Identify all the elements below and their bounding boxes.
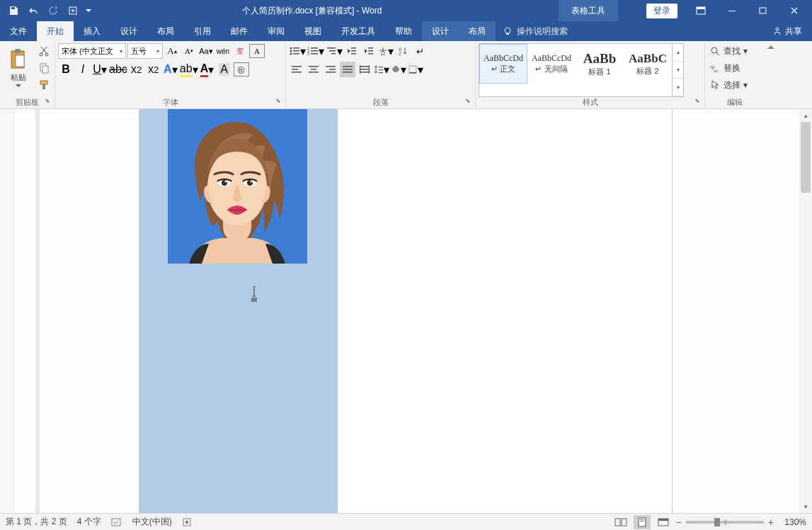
tab-file[interactable]: 文件 [0,21,37,41]
scroll-thumb[interactable] [801,122,811,193]
increase-indent-button[interactable] [361,43,377,59]
tab-references[interactable]: 引用 [184,21,221,41]
align-justify-button[interactable] [340,62,355,77]
font-color-button[interactable]: A▾ [200,62,215,77]
style-normal[interactable]: AaBbCcDd ↵ 正文 [479,44,527,84]
bullets-button[interactable]: ▾ [289,43,306,59]
tab-review[interactable]: 审阅 [258,21,295,41]
status-language[interactable]: 中文(中国) [132,516,172,528]
shading-button[interactable]: ▾ [391,62,406,77]
style-heading1[interactable]: AaBb 标题 1 [576,44,624,84]
ribbon-collapse[interactable] [765,41,777,108]
profile-photo[interactable] [168,109,307,264]
style-gallery[interactable]: AaBbCcDd ↵ 正文 AaBbCcDd ↵ 无间隔 AaBb 标题 1 A… [479,43,684,97]
close-button[interactable] [779,1,809,21]
tab-layout[interactable]: 布局 [147,21,184,41]
paste-button[interactable]: 粘贴 [3,43,34,93]
scroll-down-button[interactable]: ▾ [799,500,812,513]
paragraph-launcher[interactable]: ⬊ [465,97,471,104]
superscript-button[interactable]: x2 [146,62,161,77]
zoom-level[interactable]: 130% [778,517,806,527]
cut-button[interactable] [36,43,52,59]
tab-help[interactable]: 帮助 [385,21,422,41]
macro-icon[interactable] [182,517,192,527]
zoom-in-button[interactable]: + [768,517,774,528]
grow-font-button[interactable]: A▴ [164,43,180,59]
print-layout-button[interactable] [634,515,651,529]
line-spacing-button[interactable]: ▾ [374,62,389,77]
maximize-button[interactable] [748,1,778,21]
format-painter-button[interactable] [36,77,52,93]
minimize-button[interactable] [717,1,747,21]
align-left-button[interactable] [289,62,304,77]
vertical-scrollbar[interactable]: ▴ ▾ [799,109,812,513]
tab-mailings[interactable]: 邮件 [221,21,258,41]
tab-design[interactable]: 设计 [110,21,147,41]
tab-developer[interactable]: 开发工具 [331,21,385,41]
sort-button[interactable]: AZ [395,43,411,59]
select-button[interactable]: 选择 ▾ [708,77,762,93]
read-mode-button[interactable] [612,515,629,529]
borders-button[interactable]: ▾ [408,62,423,77]
gallery-scroll-down[interactable]: ▾ [673,62,683,79]
clipboard-launcher[interactable]: ⬊ [45,97,50,104]
spellcheck-icon[interactable] [111,517,122,527]
web-layout-button[interactable] [655,515,672,529]
phonetic-guide-button[interactable]: wén [215,43,231,59]
login-button[interactable]: 登录 [646,4,677,18]
tell-me-search[interactable]: 操作说明搜索 [496,21,575,41]
tab-table-design[interactable]: 设计 [422,21,459,41]
font-launcher[interactable]: ⬊ [275,97,281,104]
show-marks-button[interactable]: ↵ [412,43,428,59]
font-size-select[interactable]: 五号▾ [127,43,163,59]
italic-button[interactable]: I [75,62,91,77]
zoom-slider[interactable] [686,521,764,524]
vertical-ruler[interactable] [0,109,14,513]
strikethrough-button[interactable]: abc [109,62,127,77]
qat-customize-button[interactable] [84,1,93,20]
ribbon-options-button[interactable] [686,1,716,21]
copy-button[interactable] [36,60,52,76]
distributed-button[interactable] [357,62,372,77]
scroll-up-button[interactable]: ▴ [799,109,812,122]
char-border-button[interactable]: A [249,44,265,58]
scroll-track[interactable] [799,122,812,500]
change-case-button[interactable]: Aa▾ [198,43,214,59]
styles-launcher[interactable]: ⬊ [694,97,700,104]
asian-layout-button[interactable]: ▾ [378,43,394,59]
status-words[interactable]: 4 个字 [77,516,101,528]
undo-button[interactable] [24,1,42,20]
clear-format-button[interactable]: 变 [232,43,248,59]
highlight-button[interactable]: ab▾ [180,62,198,77]
tab-table-layout[interactable]: 布局 [459,21,496,41]
shrink-font-button[interactable]: A▾ [181,43,197,59]
font-family-select[interactable]: 宋体 (中文正文▾ [58,43,126,59]
gallery-expand[interactable]: ▾ [673,79,683,96]
gallery-scroll-up[interactable]: ▴ [673,44,683,62]
zoom-thumb[interactable] [714,518,720,526]
subscript-button[interactable]: x2 [129,62,144,77]
enclose-char-button[interactable]: ㊓ [234,62,249,77]
decrease-indent-button[interactable] [344,43,360,59]
align-right-button[interactable] [323,62,338,77]
share-button[interactable]: 共享 [762,21,812,41]
align-center-button[interactable] [306,62,321,77]
zoom-out-button[interactable]: − [676,517,682,528]
multilevel-button[interactable]: ▾ [326,43,343,59]
document-canvas[interactable] [14,109,799,513]
redo-button[interactable] [44,1,62,20]
underline-button[interactable]: U▾ [92,62,108,77]
style-nospacing[interactable]: AaBbCcDd ↵ 无间隔 [527,44,576,84]
numbering-button[interactable]: 123▾ [307,43,324,59]
status-page[interactable]: 第 1 页，共 2 页 [6,516,67,528]
tab-insert[interactable]: 插入 [74,21,110,41]
text-effects-button[interactable]: A▾ [163,62,178,77]
bold-button[interactable]: B [58,62,74,77]
char-shading-button[interactable]: A [217,62,232,77]
replace-button[interactable]: abac替换 [708,60,762,76]
find-button[interactable]: 查找 ▾ [708,43,762,59]
style-heading2[interactable]: AaBbC 标题 2 [624,44,672,84]
touch-mode-button[interactable] [64,1,82,20]
tab-home[interactable]: 开始 [37,21,74,41]
tab-view[interactable]: 视图 [295,21,331,41]
